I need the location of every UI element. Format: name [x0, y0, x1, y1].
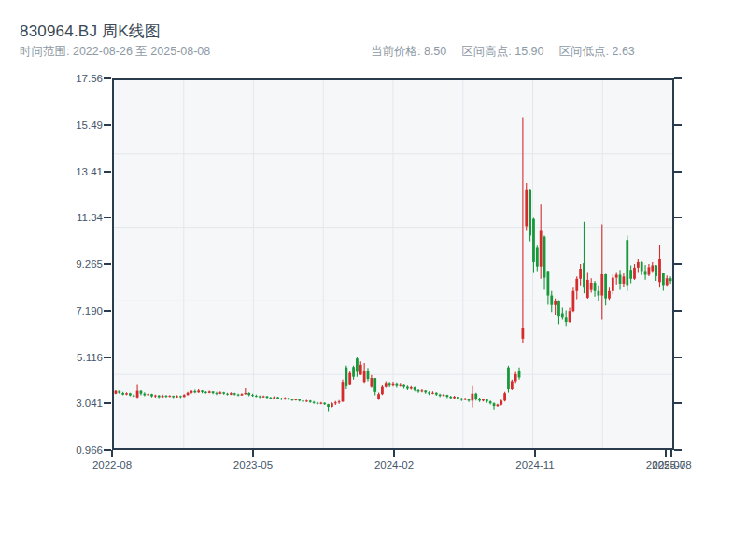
candle-body — [222, 392, 225, 393]
candle-body — [187, 393, 190, 395]
candle-body — [666, 278, 669, 285]
candle-body — [313, 402, 316, 403]
candle-body — [230, 393, 233, 394]
candle-body — [251, 395, 254, 396]
candle-body — [367, 371, 370, 379]
candle-body — [445, 395, 448, 397]
candle-body — [323, 403, 326, 404]
candle-body — [637, 262, 640, 268]
candle-body — [641, 262, 643, 271]
candle-body — [590, 283, 593, 290]
candle-body — [226, 394, 229, 395]
candle-body — [443, 395, 445, 396]
candle-body — [276, 398, 279, 399]
y-tick-mark — [104, 263, 111, 265]
candle-body — [298, 399, 301, 400]
x-tick-label: 2023-05 — [233, 459, 273, 470]
y-tick-mark-right — [674, 263, 682, 265]
y-tick-mark — [104, 402, 111, 404]
candle-body — [561, 314, 564, 318]
candle-body — [280, 399, 283, 399]
candle-body — [388, 383, 391, 385]
candle-body — [247, 393, 250, 395]
candle-body — [244, 393, 247, 394]
y-tick-mark — [104, 310, 111, 312]
candle-body — [644, 271, 647, 274]
candle-body — [395, 384, 398, 386]
candle-body — [554, 301, 557, 305]
candle-body — [655, 265, 657, 275]
y-tick-mark-right — [674, 402, 682, 404]
x-tick-mark — [534, 450, 536, 457]
x-tick-label: 2022-08 — [92, 459, 132, 470]
candle-body — [319, 403, 322, 404]
candle-body — [193, 391, 196, 392]
candle-body — [511, 381, 514, 389]
candle-body — [493, 403, 496, 406]
candle-body — [241, 394, 244, 395]
y-tick-label: 3.041 — [37, 397, 103, 410]
candle-body — [327, 404, 330, 407]
candle-body — [259, 397, 261, 398]
x-tick-mark — [670, 450, 672, 457]
candle-body — [600, 274, 603, 296]
y-tick-mark — [104, 171, 111, 173]
candle-body — [547, 271, 550, 295]
candle-body — [197, 390, 200, 392]
candle-body — [165, 396, 168, 397]
candle-body — [431, 393, 434, 394]
y-tick-mark — [104, 77, 111, 79]
candle-body — [399, 385, 402, 386]
candle-body — [291, 399, 294, 400]
candle-body — [579, 269, 582, 279]
candle-body — [176, 396, 178, 397]
candle-body — [557, 301, 560, 316]
plot-area — [112, 78, 674, 450]
candle-body — [348, 373, 351, 385]
x-tick-mark — [111, 450, 113, 457]
date-range-label: 时间范围: 2022-08-26 至 2025-08-08 — [20, 44, 210, 60]
y-tick-mark-right — [674, 357, 682, 358]
candle-body — [284, 398, 287, 399]
candlestick-chart-page: { "header": { "title": "830964.BJ 周K线图",… — [0, 0, 747, 560]
candle-body — [385, 383, 388, 386]
candle-body — [532, 219, 535, 262]
range-low-stat: 区间低点: 2.63 — [559, 44, 635, 60]
candle-body — [150, 394, 153, 396]
candle-body — [565, 317, 568, 322]
candle-body — [309, 400, 312, 401]
candle-body — [521, 328, 524, 339]
candle-body — [359, 365, 362, 374]
candle-body — [474, 394, 477, 399]
candle-body — [288, 398, 290, 399]
candle-body — [612, 278, 614, 291]
candle-body — [453, 397, 456, 398]
candle-body — [428, 392, 430, 393]
current-price-stat: 当前价格: 8.50 — [371, 44, 446, 60]
candle-body — [496, 405, 499, 406]
candlestick-chart — [114, 80, 672, 448]
candle-body — [424, 390, 427, 392]
range-high-stat: 区间高点: 15.90 — [461, 44, 543, 60]
y-tick-mark-right — [674, 310, 682, 312]
candle-body — [218, 392, 221, 393]
candle-body — [598, 291, 600, 296]
candle-body — [525, 190, 528, 227]
candle-body — [503, 393, 506, 400]
x-tick-label: 2025-08 — [652, 459, 691, 470]
candle-body — [478, 399, 481, 400]
candle-body — [342, 382, 345, 401]
candle-body — [129, 393, 132, 395]
candle-body — [460, 399, 463, 399]
candle-body — [338, 401, 341, 402]
y-tick-mark — [104, 124, 111, 126]
candle-body — [540, 231, 543, 267]
candle-body — [402, 385, 405, 387]
candle-body — [594, 283, 597, 291]
candle-body — [262, 397, 265, 398]
candle-body — [543, 237, 546, 278]
candle-body — [615, 274, 618, 277]
y-tick-label: 13.41 — [37, 165, 103, 178]
candle-body — [471, 394, 473, 401]
candle-body — [604, 274, 607, 299]
